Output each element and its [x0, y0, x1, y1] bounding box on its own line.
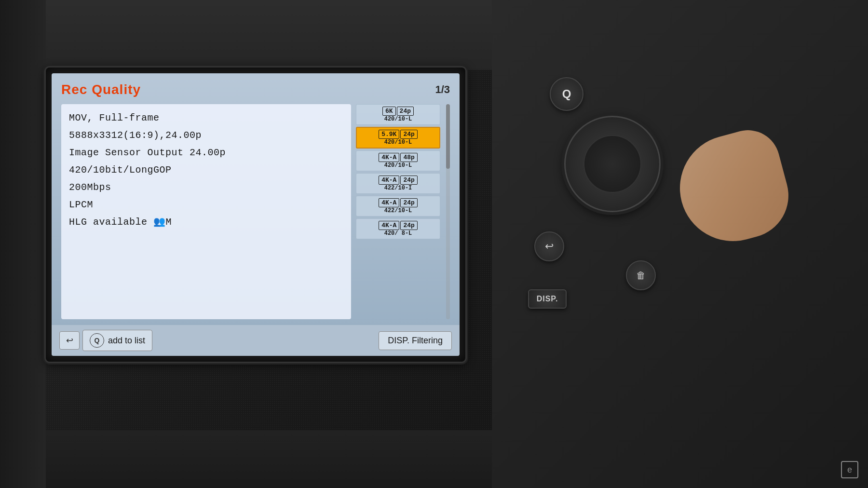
badge-24p-3: 24p — [400, 176, 417, 185]
quality-options-panel: 6K 24p 420/10-L 5.9K 24p 420/10-L — [356, 104, 450, 319]
q-circle-icon: Q — [90, 333, 104, 348]
spec-line-hlg: HLG available 👥M — [69, 215, 343, 230]
scroll-bar-thumb — [446, 104, 450, 169]
engadget-icon: e — [841, 461, 858, 478]
quality-option-4ka-24p-420-8l[interactable]: 4K-A 24p 420/ 8-L — [356, 218, 440, 239]
badge-5-9k: 5.9K — [379, 130, 399, 139]
spec-line-4: 420/10bit/LongGOP — [69, 163, 343, 177]
add-to-list-button[interactable]: Q add to list — [82, 330, 152, 351]
lcd-screen: Rec Quality 1/3 MOV, Full-frame 5888x331… — [52, 73, 460, 356]
main-control-dial[interactable] — [564, 116, 661, 212]
spec-line-6: LPCM — [69, 198, 343, 212]
badge-24p-1: 24p — [397, 107, 414, 116]
finger-hand — [668, 123, 798, 253]
back-arrow-icon: ↩ — [66, 335, 73, 346]
sub-422-10-i: 422/10-I — [384, 185, 412, 191]
camera-delete-icon: 🗑 — [636, 270, 646, 281]
camera-q-button[interactable]: Q — [550, 77, 583, 111]
camera-right-body: Q ↩ 🗑 DISP. — [492, 0, 868, 488]
spec-line-5: 200Mbps — [69, 180, 343, 195]
sub-420-10-l-1: 420/10-L — [384, 116, 412, 122]
screen-header: Rec Quality 1/3 — [61, 82, 450, 97]
dial-center — [583, 135, 641, 193]
screen-back-button[interactable]: ↩ — [59, 331, 80, 350]
page-indicator: 1/3 — [435, 83, 450, 96]
quality-option-4ka-24p-422-10l[interactable]: 4K-A 24p 422/10-L — [356, 196, 440, 217]
rec-quality-title: Rec Quality — [61, 82, 141, 97]
screen-bottom-bar: ↩ Q add to list DISP. Filtering — [52, 325, 460, 356]
screen-main-area: MOV, Full-frame 5888x3312(16:9),24.00p I… — [61, 104, 450, 319]
camera-back-button[interactable]: ↩ — [534, 231, 564, 261]
camera-delete-button[interactable]: 🗑 — [626, 260, 656, 290]
quality-option-6k-24p[interactable]: 6K 24p 420/10-L — [356, 104, 440, 125]
camera-disp-button[interactable]: DISP. — [528, 289, 567, 309]
disp-filtering-label: DISP. Filtering — [388, 336, 443, 345]
camera-back-arrow-icon: ↩ — [545, 240, 554, 253]
camera-left-body — [0, 0, 46, 488]
screen-content: Rec Quality 1/3 MOV, Full-frame 5888x331… — [52, 73, 460, 325]
spec-line-2: 5888x3312(16:9),24.00p — [69, 128, 343, 143]
badge-48p: 48p — [400, 153, 417, 162]
sub-422-10-l: 422/10-L — [384, 207, 412, 214]
badge-24p-5: 24p — [400, 221, 417, 230]
lcd-screen-container: Rec Quality 1/3 MOV, Full-frame 5888x331… — [46, 68, 465, 362]
quality-option-4ka-24p-422-10i[interactable]: 4K-A 24p 422/10-I — [356, 173, 440, 194]
sub-420-8-l: 420/ 8-L — [384, 230, 412, 237]
bottom-left-controls: ↩ Q add to list — [59, 330, 152, 351]
scroll-bar — [446, 104, 450, 319]
badge-6k: 6K — [382, 107, 396, 116]
add-to-list-label: add to list — [108, 336, 145, 346]
spec-line-3: Image Sensor Output 24.00p — [69, 146, 343, 160]
badge-24p-4: 24p — [400, 198, 417, 207]
sub-420-10-l-2: 420/10-L — [384, 139, 412, 146]
badge-4ka-3: 4K-A — [379, 198, 399, 207]
sub-420-10-l-3: 420/10-L — [384, 162, 412, 169]
spec-line-1: MOV, Full-frame — [69, 111, 343, 125]
engadget-watermark: e — [841, 461, 858, 478]
badge-4ka-4: 4K-A — [379, 221, 399, 230]
badge-4ka-2: 4K-A — [379, 176, 399, 185]
quality-option-5-9k-24p[interactable]: 5.9K 24p 420/10-L — [356, 127, 440, 149]
quality-option-4ka-48p[interactable]: 4K-A 48p 420/10-L — [356, 150, 440, 171]
disp-filtering-button[interactable]: DISP. Filtering — [379, 331, 452, 350]
specs-panel: MOV, Full-frame 5888x3312(16:9),24.00p I… — [61, 104, 351, 319]
badge-4ka-1: 4K-A — [379, 153, 399, 162]
badge-24p-2: 24p — [400, 130, 417, 139]
